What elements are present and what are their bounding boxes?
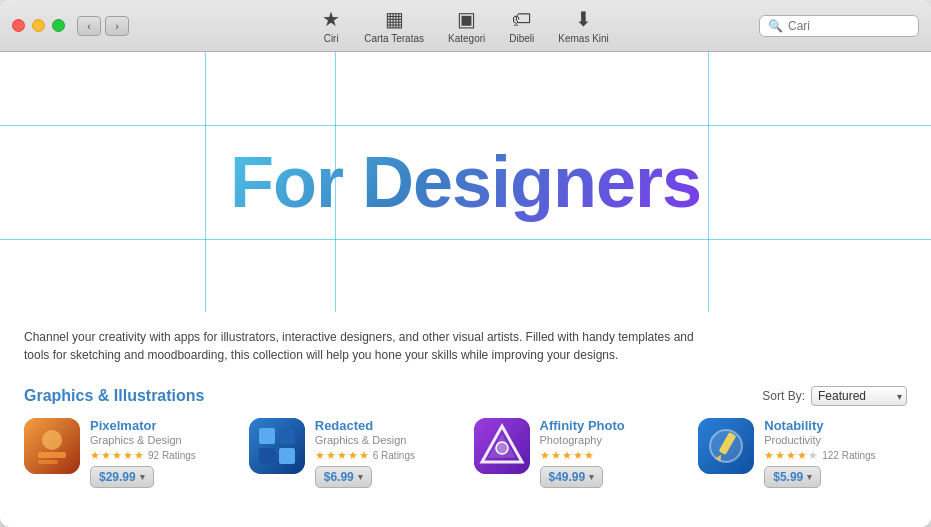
category-icon: ▣: [457, 7, 476, 31]
vline-1: [205, 52, 206, 312]
download-icon: ⬇: [575, 7, 592, 31]
app-category-affinity: Photography: [540, 434, 683, 446]
description-section: Channel your creativity with apps for il…: [0, 312, 931, 376]
price-btn-notability[interactable]: $5.99 ▾: [764, 466, 821, 488]
hero-title: For Designers: [230, 141, 701, 223]
nav-buttons: ‹ ›: [77, 16, 129, 36]
main-content: For Designers Channel your creativity wi…: [0, 52, 931, 527]
search-icon: 🔍: [768, 19, 783, 33]
tab-top-charts[interactable]: ▦ Carta Teratas: [364, 7, 424, 44]
tab-topchart-label: Carta Teratas: [364, 33, 424, 44]
app-category-pixelmator: Graphics & Design: [90, 434, 233, 446]
tag-icon: 🏷: [512, 8, 532, 31]
price-notability: $5.99: [773, 470, 803, 484]
app-card-notability: Notability Productivity ★ ★ ★ ★ ★ 122 Ra…: [698, 418, 907, 488]
toolbar-tabs: ★ Ciri ▦ Carta Teratas ▣ Kategori 🏷 Dibe…: [322, 7, 609, 44]
tab-featured-label: Ciri: [324, 33, 339, 44]
app-name-redacted[interactable]: Redacted: [315, 418, 458, 433]
stars-redacted: ★ ★ ★ ★ ★ 6 Ratings: [315, 449, 458, 462]
tab-categories[interactable]: ▣ Kategori: [448, 7, 485, 44]
star1: ★: [90, 449, 100, 462]
stars-notability: ★ ★ ★ ★ ★ 122 Ratings: [764, 449, 907, 462]
tab-purchased[interactable]: 🏷 Dibeli: [509, 8, 534, 44]
svg-rect-6: [279, 428, 295, 444]
maximize-button[interactable]: [52, 19, 65, 32]
app-name-pixelmator[interactable]: Pixelmator: [90, 418, 233, 433]
svg-rect-7: [259, 448, 275, 464]
affinity-svg: [474, 418, 530, 474]
svg-rect-2: [38, 452, 66, 458]
star4: ★: [348, 449, 358, 462]
pixelmator-svg: [24, 418, 80, 474]
sort-select[interactable]: Featured Most Recent Name Price: [811, 386, 907, 406]
stars-pixelmator: ★ ★ ★ ★ ★ 92 Ratings: [90, 449, 233, 462]
back-icon: ‹: [87, 20, 91, 32]
svg-rect-3: [38, 460, 58, 464]
search-input[interactable]: [788, 19, 910, 33]
price-btn-affinity[interactable]: $49.99 ▾: [540, 466, 604, 488]
app-info-affinity: Affinity Photo Photography ★ ★ ★ ★ ★ $49…: [540, 418, 683, 488]
price-arrow-notability: ▾: [807, 472, 812, 482]
app-icon-pixelmator[interactable]: [24, 418, 80, 474]
sort-by-container: Sort By: Featured Most Recent Name Price: [762, 386, 907, 406]
redacted-svg: [249, 418, 305, 474]
svg-rect-4: [249, 418, 305, 474]
svg-rect-8: [279, 448, 295, 464]
tab-categories-label: Kategori: [448, 33, 485, 44]
star2: ★: [551, 449, 561, 462]
star5: ★: [584, 449, 594, 462]
star5: ★: [808, 449, 818, 462]
app-icon-affinity[interactable]: [474, 418, 530, 474]
star2: ★: [101, 449, 111, 462]
app-info-notability: Notability Productivity ★ ★ ★ ★ ★ 122 Ra…: [764, 418, 907, 488]
star3: ★: [112, 449, 122, 462]
star2: ★: [326, 449, 336, 462]
app-window: ‹ › ★ Ciri ▦ Carta Teratas ▣ Kategori 🏷 …: [0, 0, 931, 527]
back-button[interactable]: ‹: [77, 16, 101, 36]
price-redacted: $6.99: [324, 470, 354, 484]
svg-point-1: [42, 430, 62, 450]
price-btn-redacted[interactable]: $6.99 ▾: [315, 466, 372, 488]
tab-updates-label: Kemas Kini: [558, 33, 609, 44]
traffic-lights: [12, 19, 65, 32]
tab-featured[interactable]: ★ Ciri: [322, 7, 340, 44]
star3: ★: [337, 449, 347, 462]
app-category-notability: Productivity: [764, 434, 907, 446]
svg-rect-5: [259, 428, 275, 444]
vline-3: [708, 52, 709, 312]
close-button[interactable]: [12, 19, 25, 32]
star5: ★: [359, 449, 369, 462]
price-arrow-pixelmator: ▾: [140, 472, 145, 482]
price-arrow-redacted: ▾: [358, 472, 363, 482]
stars-affinity: ★ ★ ★ ★ ★: [540, 449, 683, 462]
star4: ★: [123, 449, 133, 462]
chart-icon: ▦: [385, 7, 404, 31]
star3: ★: [562, 449, 572, 462]
description-text: Channel your creativity with apps for il…: [24, 328, 704, 364]
price-btn-pixelmator[interactable]: $29.99 ▾: [90, 466, 154, 488]
app-icon-redacted[interactable]: [249, 418, 305, 474]
app-card-pixelmator: Pixelmator Graphics & Design ★ ★ ★ ★ ★ 9…: [24, 418, 233, 488]
forward-icon: ›: [115, 20, 119, 32]
app-card-affinity: Affinity Photo Photography ★ ★ ★ ★ ★ $49…: [474, 418, 683, 488]
app-name-affinity[interactable]: Affinity Photo: [540, 418, 683, 433]
price-arrow-affinity: ▾: [589, 472, 594, 482]
app-name-notability[interactable]: Notability: [764, 418, 907, 433]
hline-2: [0, 239, 931, 240]
titlebar: ‹ › ★ Ciri ▦ Carta Teratas ▣ Kategori 🏷 …: [0, 0, 931, 52]
section-header: Graphics & Illustrations Sort By: Featur…: [24, 386, 907, 406]
section-title: Graphics & Illustrations: [24, 387, 204, 405]
apps-section: Graphics & Illustrations Sort By: Featur…: [0, 376, 931, 508]
app-info-pixelmator: Pixelmator Graphics & Design ★ ★ ★ ★ ★ 9…: [90, 418, 233, 488]
star1: ★: [315, 449, 325, 462]
rating-count-notability: 122 Ratings: [822, 450, 875, 461]
rating-count-redacted: 6 Ratings: [373, 450, 415, 461]
star1: ★: [764, 449, 774, 462]
forward-button[interactable]: ›: [105, 16, 129, 36]
app-icon-notability[interactable]: [698, 418, 754, 474]
rating-count-pixelmator: 92 Ratings: [148, 450, 196, 461]
minimize-button[interactable]: [32, 19, 45, 32]
tab-updates[interactable]: ⬇ Kemas Kini: [558, 7, 609, 44]
price-pixelmator: $29.99: [99, 470, 136, 484]
search-box[interactable]: 🔍: [759, 15, 919, 37]
